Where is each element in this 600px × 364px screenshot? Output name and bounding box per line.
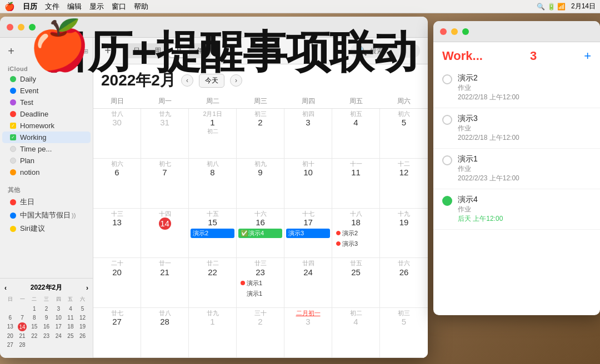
cal-cell-feb9[interactable]: 初九 9 [237, 159, 284, 209]
mini-day-5[interactable]: 5 [77, 305, 88, 313]
cal-cell-feb3[interactable]: 初四 3 [284, 109, 332, 159]
reminder-item-demo3[interactable]: 演示3 作业 2022/2/18 上午12:00 [433, 108, 600, 149]
cal-cell-feb8[interactable]: 初八 8 [189, 159, 237, 209]
next-month-button[interactable]: › [230, 74, 242, 87]
view-week[interactable]: 周 [148, 44, 168, 57]
sidebar-item-daily[interactable]: Daily [2, 73, 91, 85]
sidebar-item-holiday[interactable]: 中国大陆节假日 )) [2, 209, 91, 222]
mini-day-25[interactable]: 25 [65, 332, 77, 340]
cal-cell-feb18[interactable]: 十八 18 演示2 演示3 [332, 209, 380, 259]
cal-cell-feb14[interactable]: 十四 14 [141, 209, 189, 259]
event-feb18-demo2[interactable]: 演示2 [334, 229, 378, 238]
mini-day-1[interactable]: 1 [28, 305, 40, 313]
mini-day-2[interactable]: 2 [41, 305, 52, 313]
cal-cell-mar1[interactable]: 廿九 1 [189, 308, 237, 358]
event-feb17-demo3[interactable]: 演示3 [286, 229, 330, 238]
close-button[interactable] [7, 24, 13, 31]
sidebar-item-working[interactable]: ✓ Working [2, 132, 91, 143]
cal-cell-feb15[interactable]: 十五 15 演示2 [189, 209, 237, 259]
working-checkbox[interactable]: ✓ [10, 134, 16, 140]
add-calendar-button[interactable]: + [4, 44, 18, 58]
reminder-circle-demo1[interactable] [442, 155, 452, 165]
reminders-add-button[interactable]: + [584, 49, 591, 63]
mini-day-23[interactable]: 23 [41, 332, 52, 340]
mini-day-11[interactable]: 11 [65, 314, 77, 322]
sidebar-item-siri[interactable]: Siri建议 [2, 222, 91, 235]
mini-day-9[interactable]: 9 [41, 314, 52, 322]
sidebar-toggle-icon[interactable]: ⊞ [83, 48, 88, 55]
mini-day-24[interactable]: 24 [53, 332, 64, 340]
reminder-item-demo1[interactable]: 演示1 作业 2022/2/23 上午12:00 [433, 149, 600, 189]
add-event-button[interactable]: + [101, 44, 114, 58]
today-button[interactable]: 今天 [199, 74, 224, 88]
mini-day-20[interactable]: 20 [4, 332, 16, 340]
reminders-minimize-button[interactable] [451, 28, 458, 35]
cal-cell-feb24[interactable]: 廿四 24 [284, 258, 332, 308]
cal-cell-feb17[interactable]: 十七 17 演示3 [284, 209, 332, 259]
cal-cell-feb12[interactable]: 十二 12 [380, 159, 428, 209]
apple-menu-icon[interactable]: 🍎 [4, 2, 15, 12]
cal-cell-feb25[interactable]: 廿五 25 [332, 258, 380, 308]
cal-cell-feb23[interactable]: 廿三 23 演示1 演示1 [237, 258, 284, 308]
reminder-circle-demo3[interactable] [442, 115, 452, 125]
cal-cell-feb4[interactable]: 初五 4 [332, 109, 380, 159]
cal-cell-feb6[interactable]: 初六 6 [93, 159, 141, 209]
cal-cell-mar5[interactable]: 初三 5 [380, 308, 428, 358]
menu-display[interactable]: 显示 [89, 2, 104, 12]
app-menu-calendar[interactable]: 日历 [23, 2, 37, 12]
mini-day-22[interactable]: 22 [28, 332, 40, 340]
mini-day-19[interactable]: 19 [77, 322, 88, 331]
mini-day-17[interactable]: 17 [53, 322, 64, 331]
menu-edit[interactable]: 编辑 [67, 2, 82, 12]
cal-cell-mar4[interactable]: 初二 4 [332, 308, 380, 358]
event-feb15-demo2[interactable]: 演示2 [191, 229, 234, 238]
sidebar-item-plan[interactable]: Plan [2, 155, 91, 166]
maximize-button[interactable] [29, 24, 36, 31]
cal-cell-feb13[interactable]: 十三 13 [93, 209, 141, 259]
sidebar-item-test[interactable]: Test [2, 97, 91, 108]
mini-day-18[interactable]: 18 [65, 322, 77, 331]
sidebar-item-birthday[interactable]: 生日 [2, 195, 91, 209]
mini-day-8[interactable]: 8 [28, 314, 40, 322]
mini-day-27[interactable]: 27 [4, 341, 16, 349]
event-feb23-demo1a[interactable]: 演示1 [238, 279, 282, 288]
sidebar-item-homework[interactable]: ✓ Homework [2, 120, 91, 132]
event-feb23-demo1b[interactable]: 演示1 [238, 289, 282, 299]
sidebar-item-deadline[interactable]: Deadline [2, 108, 91, 120]
mini-day-15[interactable]: 15 [28, 322, 40, 331]
cal-cell-jan31[interactable]: 廿九 31 [141, 109, 189, 159]
cal-cell-feb21[interactable]: 廿一 21 [141, 258, 189, 308]
cal-cell-feb1[interactable]: 2月1日 1 初二 [189, 109, 237, 159]
menu-file[interactable]: 文件 [45, 2, 59, 12]
view-day[interactable]: 日 [127, 44, 147, 57]
cal-cell-feb10[interactable]: 初十 10 [284, 159, 332, 209]
cal-cell-feb7[interactable]: 初七 7 [141, 159, 189, 209]
event-feb16-demo4[interactable]: ✅演示4 [238, 229, 282, 238]
cal-cell-feb27[interactable]: 廿七 27 [93, 308, 141, 358]
cal-cell-feb22[interactable]: 廿二 22 [189, 258, 237, 308]
mini-cal-next[interactable]: › [86, 284, 88, 292]
menu-help[interactable]: 帮助 [134, 2, 148, 12]
mini-day-14-today[interactable]: 14 [18, 322, 27, 331]
reminder-item-demo4[interactable]: 演示4 作业 后天 上午12:00 [433, 189, 600, 230]
prev-month-button[interactable]: ‹ [181, 74, 193, 87]
sidebar-item-event[interactable]: Event [2, 85, 91, 97]
reminders-maximize-button[interactable] [462, 28, 469, 35]
mini-day-21[interactable]: 21 [17, 332, 28, 340]
cal-cell-jan30[interactable]: 廿八 30 [93, 109, 141, 159]
mini-day-16[interactable]: 16 [41, 322, 52, 331]
cal-cell-feb5[interactable]: 初六 5 [380, 109, 428, 159]
view-month[interactable]: 月 [169, 44, 189, 57]
cal-cell-feb20[interactable]: 二十 20 [93, 258, 141, 308]
mini-cal-prev[interactable]: ‹ [4, 284, 7, 292]
sidebar-item-timepe[interactable]: Time pe... [2, 143, 91, 155]
minimize-button[interactable] [18, 24, 24, 31]
cal-cell-mar2[interactable]: 三十 2 [237, 308, 284, 358]
menu-window[interactable]: 窗口 [112, 2, 126, 12]
mini-day-4[interactable]: 4 [65, 305, 77, 313]
mini-day-3[interactable]: 3 [53, 305, 64, 313]
search-input[interactable] [370, 47, 414, 55]
cal-cell-feb11[interactable]: 十一 11 [332, 159, 380, 209]
cal-cell-feb26[interactable]: 廿六 26 [380, 258, 428, 308]
cal-cell-feb2[interactable]: 初三 2 [237, 109, 284, 159]
